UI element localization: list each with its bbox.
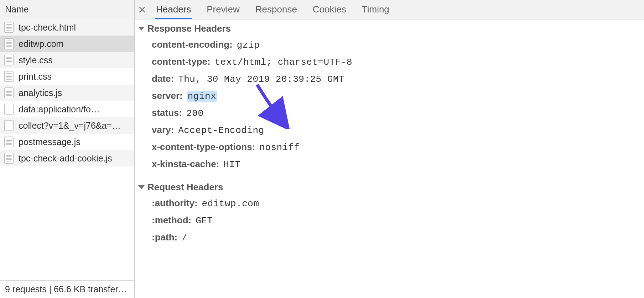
header-key: :method: xyxy=(152,215,191,226)
header-row: status:200 xyxy=(135,105,644,122)
chevron-down-icon xyxy=(138,185,145,189)
header-value: nginx xyxy=(187,91,217,102)
tab-label: Headers xyxy=(156,4,191,15)
table-row[interactable]: tpc-check.html xyxy=(0,19,134,36)
tab-label: Cookies xyxy=(313,4,346,15)
header-key: status: xyxy=(152,107,182,118)
header-row: x-content-type-options:nosniff xyxy=(135,139,644,156)
request-headers-list: :authority:editwp.com:method:GET:path:/ xyxy=(135,195,644,246)
table-row[interactable]: data:application/fo… xyxy=(0,101,134,117)
header-row: :method:GET xyxy=(135,212,644,229)
request-name: print.css xyxy=(19,71,52,82)
request-name: collect?v=1&_v=j76&a=… xyxy=(19,121,121,131)
tab-label: Response xyxy=(255,4,297,15)
header-key: content-encoding: xyxy=(152,39,233,50)
header-value: Accept-Encoding xyxy=(178,125,264,136)
file-icon xyxy=(4,22,14,33)
header-row: vary:Accept-Encoding xyxy=(135,122,644,139)
name-column-label: Name xyxy=(5,4,29,15)
header-row: x-kinsta-cache:HIT xyxy=(135,156,644,173)
response-headers-section[interactable]: Response Headers xyxy=(135,19,644,36)
header-value: text/html; charset=UTF-8 xyxy=(215,57,352,68)
header-value: GET xyxy=(196,215,213,226)
request-name: style.css xyxy=(19,55,53,65)
request-list: tpc-check.htmleditwp.comstyle.cssprint.c… xyxy=(0,19,134,280)
header-key: :path: xyxy=(152,232,177,243)
response-headers-title: Response Headers xyxy=(147,23,231,34)
file-icon xyxy=(4,38,14,49)
header-value: / xyxy=(182,233,187,243)
tab-label: Timing xyxy=(362,4,389,15)
tab-preview[interactable]: Preview xyxy=(199,0,247,19)
tab-timing[interactable]: Timing xyxy=(354,0,397,19)
header-value: Thu, 30 May 2019 20:39:25 GMT xyxy=(178,74,344,85)
file-icon xyxy=(4,153,14,164)
request-headers-title: Request Headers xyxy=(147,182,223,193)
header-value: gzip xyxy=(237,40,260,50)
header-key: content-type: xyxy=(152,56,211,67)
tab-response[interactable]: Response xyxy=(248,0,305,19)
header-value: editwp.com xyxy=(202,198,259,209)
header-value: 200 xyxy=(186,108,203,119)
table-row[interactable]: print.css xyxy=(0,68,134,85)
header-key: x-kinsta-cache: xyxy=(152,159,219,170)
details-panel: HeadersPreviewResponseCookiesTiming Resp… xyxy=(135,0,644,298)
tabs-bar: HeadersPreviewResponseCookiesTiming xyxy=(135,0,644,19)
status-bar-text: 9 requests | 66.6 KB transfer… xyxy=(5,284,127,294)
header-value: HIT xyxy=(223,159,240,170)
request-name: tpc-check.html xyxy=(19,22,76,33)
tab-headers[interactable]: Headers xyxy=(148,0,199,19)
tab-cookies[interactable]: Cookies xyxy=(305,0,354,19)
file-icon xyxy=(4,137,14,147)
table-row[interactable]: postmessage.js xyxy=(0,134,134,150)
requests-panel: Name tpc-check.htmleditwp.comstyle.csspr… xyxy=(0,0,135,298)
header-key: x-content-type-options: xyxy=(152,142,255,153)
request-name: editwp.com xyxy=(19,39,63,49)
table-row[interactable]: tpc-check-add-cookie.js xyxy=(0,150,134,166)
response-headers-list: content-encoding:gzipcontent-type:text/h… xyxy=(135,36,644,173)
status-bar: 9 requests | 66.6 KB transfer… xyxy=(0,280,134,298)
request-name: postmessage.js xyxy=(19,137,80,147)
request-name: analytics.js xyxy=(19,88,62,98)
header-key: vary: xyxy=(152,124,174,135)
chevron-down-icon xyxy=(138,27,145,31)
header-row: content-encoding:gzip xyxy=(135,36,644,53)
file-icon xyxy=(4,55,14,65)
name-column-header[interactable]: Name xyxy=(0,0,134,19)
request-headers-section[interactable]: Request Headers xyxy=(135,178,644,195)
table-row[interactable]: collect?v=1&_v=j76&a=… xyxy=(0,117,134,134)
file-icon xyxy=(4,87,14,98)
request-name: tpc-check-add-cookie.js xyxy=(19,153,112,164)
header-key: date: xyxy=(152,73,174,84)
table-row[interactable]: style.css xyxy=(0,52,134,68)
header-row: :path:/ xyxy=(135,229,644,246)
file-icon xyxy=(4,120,14,131)
header-row: :authority:editwp.com xyxy=(135,195,644,212)
headers-detail: Response Headers content-encoding:gzipco… xyxy=(135,19,644,298)
header-row: server:nginx xyxy=(135,87,644,105)
close-icon[interactable] xyxy=(137,4,147,15)
tabs-container: HeadersPreviewResponseCookiesTiming xyxy=(148,0,397,19)
file-icon xyxy=(4,104,14,115)
file-icon xyxy=(4,71,14,82)
header-key: server: xyxy=(152,90,183,101)
header-key: :authority: xyxy=(152,198,198,209)
header-row: content-type:text/html; charset=UTF-8 xyxy=(135,53,644,70)
header-value: nosniff xyxy=(259,142,300,153)
tab-label: Preview xyxy=(207,4,239,15)
table-row[interactable]: analytics.js xyxy=(0,85,134,101)
header-row: date:Thu, 30 May 2019 20:39:25 GMT xyxy=(135,70,644,87)
table-row[interactable]: editwp.com xyxy=(0,36,134,52)
request-name: data:application/fo… xyxy=(19,104,100,115)
